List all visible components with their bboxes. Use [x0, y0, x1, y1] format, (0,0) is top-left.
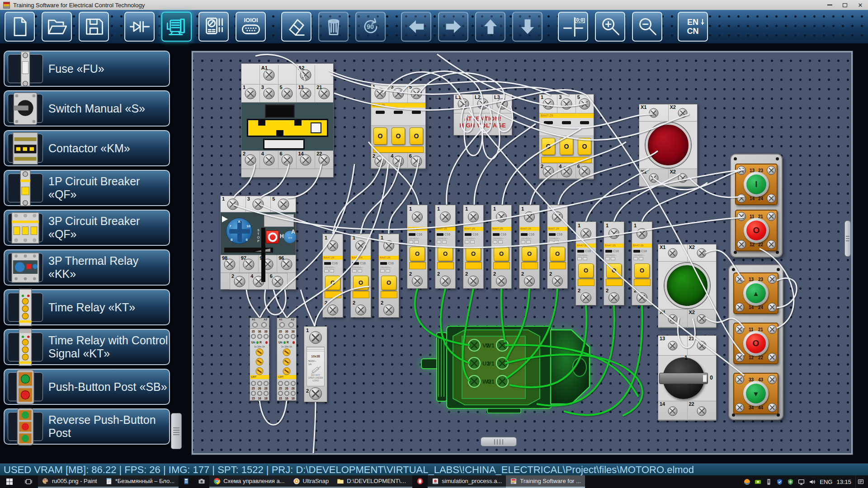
circuit-breaker-1p[interactable]: 1BA47-29C16230/400V~O2	[435, 205, 456, 289]
range-dial[interactable]	[256, 358, 264, 366]
tray-green-app-icon[interactable]	[755, 479, 761, 485]
taskbar-button-notepad[interactable]: *Безымянный – Бло...	[101, 475, 179, 488]
circuit-breaker-1p[interactable]: 1BA47-29C16230/400V~O2	[632, 221, 652, 305]
contactor-km[interactable]: A1 A2 1 3 5 13 21 2 4 6 14 22	[241, 63, 334, 178]
time-dial[interactable]	[283, 348, 291, 356]
sidebar-item-thermal-relay[interactable]: 3P Thermal Relay «KK»	[4, 249, 170, 286]
circuit-breaker-1p[interactable]: 1BA47-29C16230/400V~O2	[519, 205, 540, 289]
toolbar-button-zoom-in[interactable]	[595, 12, 625, 42]
indicator-lamp-green[interactable]: X1 X2 X1 X2	[658, 244, 717, 328]
mode-dial[interactable]	[283, 367, 291, 375]
breaker-lever[interactable]: O	[353, 276, 368, 290]
breaker-lever[interactable]: O	[410, 247, 425, 261]
circuit-breaker-1p[interactable]: 1BA47-29C16230/400V~O2	[463, 205, 484, 289]
tray-device-grey-icon[interactable]	[765, 479, 772, 485]
breaker-lever[interactable]: O	[373, 127, 387, 145]
time-dial[interactable]	[256, 348, 264, 356]
sidebar-item-contactor[interactable]: Contactor «KM»	[4, 130, 170, 166]
circuit-breaker-1p[interactable]: 1BA47-29C16230/400V~O2	[547, 205, 568, 289]
taskbar-button-paint[interactable]: ru005.png - Paint	[38, 475, 101, 488]
circuit-breaker-1p[interactable]: 1BA47-29C16230/400V~O2	[378, 234, 399, 318]
task-view-button[interactable]	[19, 475, 38, 488]
circuit-breaker-3p-1[interactable]: 1 3 5 BA47-29 O O O 2 4 6	[371, 84, 426, 169]
fuse-holder[interactable]: 1 10x38 500V~1A DO NOT OPEN UNDER LOAD 2	[304, 326, 327, 402]
toolbar-button-language[interactable]: ENCN	[678, 12, 708, 42]
notification-center-icon[interactable]	[855, 475, 865, 488]
toolbar-button-new-file[interactable]	[5, 12, 35, 42]
circuit-breaker-1p[interactable]: 1BA47-29C16230/400V~O2	[491, 205, 512, 289]
taskbar-button-camera[interactable]	[194, 475, 209, 488]
maximize-button[interactable]	[837, 0, 853, 10]
range-dial[interactable]	[283, 358, 291, 366]
circuit-breaker-1p[interactable]: 1BA47-29C16230/400V~O2	[604, 221, 624, 305]
tray-network-icon[interactable]	[798, 479, 805, 485]
toolbar-button-origin[interactable]: [0;0]	[558, 12, 588, 42]
thermal-reset-button[interactable]	[266, 230, 279, 244]
taskbar-button-opera[interactable]	[412, 475, 428, 488]
canvas-vertical-scrollbar[interactable]	[844, 221, 851, 257]
breaker-lever[interactable]: O	[578, 138, 591, 155]
toolbar-button-serial-interface[interactable]: IOIOI	[236, 12, 266, 42]
circuit-breaker-1p[interactable]: 1BA47-29C16230/400V~O2	[322, 234, 343, 318]
breaker-lever[interactable]: O	[410, 127, 423, 145]
sidebar-scrollbar[interactable]	[171, 413, 182, 449]
tray-shield-green-icon[interactable]	[787, 479, 794, 485]
toolbar-button-electrical-components[interactable]	[124, 12, 155, 42]
breaker-lever[interactable]: O	[381, 276, 396, 290]
sidebar-item-switch-manual[interactable]: Switch Manual «S»	[4, 90, 170, 127]
thermal-relay-kk[interactable]: 1 3 5 7 A 10 8 6 STOP H ↔ A 98 97 95	[220, 196, 296, 290]
tray-app-orange-icon[interactable]	[744, 479, 750, 485]
toolbar-button-measuring-instruments[interactable]	[198, 12, 229, 42]
sidebar-item-breaker-3p[interactable]: 3P Circuit Breaker «QF»	[4, 210, 170, 246]
breaker-lever[interactable]: O	[550, 247, 565, 261]
push-button-post-start[interactable]: 1323 I 1424 1121 O 1222	[730, 154, 783, 258]
circuit-breaker-3p-2[interactable]: 1 3 5 BA47-29 O O O 2 4 6	[539, 94, 594, 179]
breaker-lever[interactable]: O	[392, 127, 405, 145]
mode-dial[interactable]	[256, 367, 264, 375]
tray-volume-icon[interactable]	[809, 479, 816, 485]
sidebar-item-reverse-post[interactable]: Reverse Push-Button Post	[4, 408, 170, 445]
taskbar-button-chrome[interactable]: Схема управления а...	[209, 475, 288, 488]
sidebar-item-fuse[interactable]: Fuse «FU»	[4, 51, 170, 87]
toolbar-button-open-project[interactable]	[42, 12, 72, 42]
circuit-breaker-1p[interactable]: 1BA47-29C16230/400V~O2	[576, 221, 596, 305]
clock[interactable]: 13:15	[836, 479, 851, 485]
breaker-lever[interactable]: O	[606, 263, 622, 278]
circuit-breaker-1p[interactable]: 1BA47-29C16230/400V~O2	[350, 234, 371, 318]
breaker-lever[interactable]: O	[522, 247, 537, 261]
breaker-lever[interactable]: O	[634, 263, 650, 278]
breaker-lever[interactable]: O	[438, 247, 453, 261]
taskbar-button-app[interactable]: Training Software for ...	[506, 475, 585, 488]
sidebar-item-time-relay[interactable]: Time Relay «KT»	[4, 289, 170, 325]
indicator-lamp-red[interactable]: X1 X2 X1 X2	[639, 104, 698, 187]
power-terminal-block[interactable]: L1 L2 L3 ATTENTION! HIGH VOLTAGE	[453, 94, 512, 136]
breaker-lever[interactable]: O	[560, 138, 573, 155]
toolbar-button-zoom-out[interactable]	[632, 12, 662, 42]
contactor-slide[interactable]	[247, 119, 328, 137]
thermal-slider[interactable]	[224, 248, 273, 253]
switch-handle[interactable]	[659, 373, 708, 384]
taskbar-button-ultrasnap[interactable]: UltraSnap	[289, 475, 333, 488]
toolbar-button-eraser[interactable]	[281, 12, 311, 42]
breaker-lever[interactable]: O	[542, 138, 555, 155]
fuse-cartridge[interactable]: 10x38 500V~1A DO NOT OPEN UNDER LOAD	[307, 347, 325, 386]
start-button[interactable]	[0, 475, 19, 488]
taskbar-button-sim[interactable]: simulation_process.a...	[428, 475, 506, 488]
time-relay-1[interactable]: A1A2 353638 UnR 1s 10m 1h CRT 252628 151…	[250, 318, 269, 401]
manual-switch[interactable]: 13 21 1 0 14 22	[658, 335, 717, 420]
stop-lever[interactable]	[261, 228, 265, 282]
sidebar-item-push-button-post[interactable]: Push-Button Post «SB»	[4, 369, 170, 405]
sidebar-item-breaker-1p[interactable]: 1P Circuit Breaker «QF»	[4, 170, 170, 206]
breaker-lever[interactable]: O	[578, 263, 594, 278]
circuit-breaker-1p[interactable]: 1BA47-29C16230/400V~O2	[407, 205, 428, 289]
language-indicator[interactable]: ENG	[820, 479, 832, 485]
taskbar-button-calculator[interactable]	[179, 475, 194, 488]
canvas-horizontal-scrollbar[interactable]	[481, 437, 517, 446]
minimize-button[interactable]	[822, 0, 837, 10]
taskbar-button-folder-win[interactable]: D:\DEVELOPMENT\VI...	[333, 475, 412, 488]
close-button[interactable]: ✕	[853, 0, 868, 10]
push-button-post-reverse[interactable]: 1323 ▲ 1424 1121 O 1222 3343 ▼ 3444	[728, 264, 783, 420]
time-relay-2[interactable]: A1A2 353638 UnR 1s 10m 1h CRT 252628 151…	[277, 318, 297, 401]
mounting-board[interactable]: A1 A2 1 3 5 13 21 2 4 6 14 22 1 3	[193, 52, 851, 453]
breaker-lever[interactable]: O	[325, 276, 340, 290]
